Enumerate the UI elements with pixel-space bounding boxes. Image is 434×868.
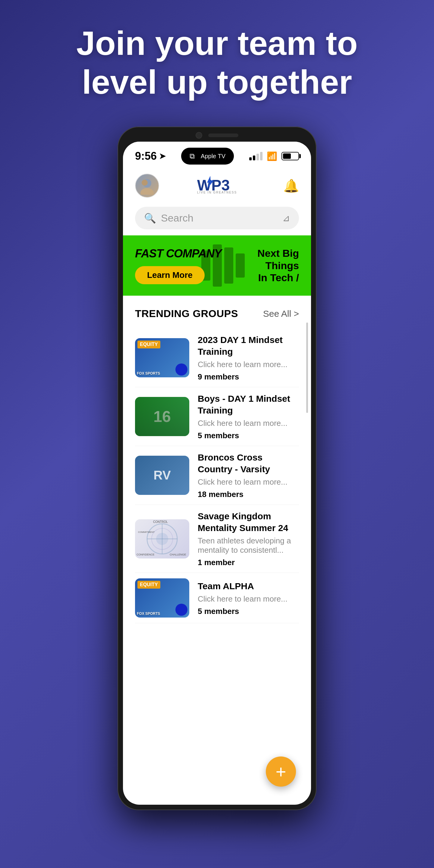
ad-banner: FAST COMPANY Learn More Next BigThingsIn… — [123, 236, 311, 296]
phone-frame: 9:56 ➤ ⧉ Apple TV 📶 — [118, 127, 316, 810]
svg-text:LIVE IN GREATNESS: LIVE IN GREATNESS — [197, 191, 237, 194]
section-title: TRENDING GROUPS — [135, 308, 238, 319]
thumb-label: EQUITY — [137, 341, 160, 348]
avatar[interactable] — [135, 174, 159, 198]
app-logo-svg: WP3 LIVE IN GREATNESS — [194, 176, 248, 194]
dynamic-island: ⧉ Apple TV — [181, 148, 234, 164]
signal-bar-4 — [260, 152, 262, 160]
group-description: Click here to learn more... — [198, 477, 299, 487]
group-thumbnail: RV — [135, 456, 189, 495]
group-name: 2023 DAY 1 Mindset Training — [198, 334, 299, 358]
phone-mockup: 9:56 ➤ ⧉ Apple TV 📶 — [118, 127, 316, 810]
list-item[interactable]: EQUITY FOX SPORTS Team ALPHA Click here … — [135, 573, 299, 623]
dynamic-island-left-icon: ⧉ — [190, 152, 195, 160]
thumb-overlay — [135, 397, 189, 436]
group-info: Boys - DAY 1 Mindset Training Click here… — [198, 393, 299, 440]
learn-more-button[interactable]: Learn More — [135, 266, 205, 284]
group-members: 18 members — [198, 490, 299, 499]
group-members: 5 members — [198, 431, 299, 440]
search-icon: 🔍 — [144, 213, 156, 224]
section-header: TRENDING GROUPS See All > — [135, 308, 299, 319]
group-thumbnail: CONTROL COMMITMENT CONFIDENCE CHALLENGE — [135, 519, 189, 558]
dynamic-island-appletv: Apple TV — [201, 153, 225, 160]
filter-icon[interactable]: ⊿ — [282, 213, 290, 223]
search-input[interactable]: Search — [161, 212, 278, 224]
wheel-diagram: CONTROL COMMITMENT CONFIDENCE CHALLENGE — [135, 519, 189, 558]
ad-brand: FAST COMPANY — [135, 247, 221, 260]
svg-text:CONFIDENCE: CONFIDENCE — [136, 553, 155, 556]
deco-bar-4 — [236, 253, 245, 278]
group-members: 9 members — [198, 372, 299, 381]
group-members: 1 member — [198, 558, 299, 567]
thumb-logo: FOX SPORTS — [137, 612, 160, 616]
group-description: Click here to learn more... — [198, 360, 299, 369]
list-item[interactable]: EQUITY FOX SPORTS 2023 DAY 1 Mindset Tra… — [135, 329, 299, 387]
signal-bar-3 — [256, 154, 259, 160]
search-bar[interactable]: 🔍 Search ⊿ — [135, 207, 299, 229]
svg-text:CONTROL: CONTROL — [153, 520, 168, 524]
thumb-label: EQUITY — [137, 581, 160, 589]
ad-left: FAST COMPANY Learn More — [135, 247, 221, 284]
battery-icon — [281, 152, 299, 160]
status-icons: 📶 — [249, 151, 299, 161]
battery-fill — [283, 153, 291, 159]
thumb-badge — [176, 604, 187, 616]
group-description: Click here to learn more... — [198, 594, 299, 604]
signal-icon — [249, 152, 262, 160]
list-item[interactable]: RV Broncos Cross Country - Varsity Click… — [135, 446, 299, 505]
group-description: Teen athletes developing a mentality to … — [198, 536, 299, 555]
phone-speaker — [208, 133, 239, 137]
hero-section: Join your team to level up together — [0, 24, 434, 102]
group-info: Team ALPHA Click here to learn more... 5… — [198, 580, 299, 616]
group-name: Broncos Cross Country - Varsity — [198, 452, 299, 475]
status-bar: 9:56 ➤ ⧉ Apple TV 📶 — [123, 142, 311, 167]
phone-screen: 9:56 ➤ ⧉ Apple TV 📶 — [123, 142, 311, 805]
time-display: 9:56 — [135, 150, 157, 162]
thumb-logo: FOX SPORTS — [137, 371, 160, 375]
deco-bar-3 — [224, 247, 233, 284]
app-header: WP3 LIVE IN GREATNESS 🔔 — [123, 167, 311, 204]
group-thumbnail: 16 — [135, 397, 189, 436]
status-time: 9:56 ➤ — [135, 150, 166, 162]
group-info: 2023 DAY 1 Mindset Training Click here t… — [198, 334, 299, 381]
group-info: Savage Kingdom Mentality Summer 24 Teen … — [198, 510, 299, 567]
group-info: Broncos Cross Country - Varsity Click he… — [198, 452, 299, 499]
trending-section: TRENDING GROUPS See All > EQUITY FOX SPO… — [123, 302, 311, 629]
svg-text:CHALLENGE: CHALLENGE — [170, 553, 186, 556]
ad-right: Next BigThingsIn Tech / — [257, 247, 299, 284]
hero-line1: Join your team to — [24, 24, 410, 63]
group-name: Boys - DAY 1 Mindset Training — [198, 393, 299, 416]
location-arrow-icon: ➤ — [159, 152, 166, 161]
ad-tagline: Next BigThingsIn Tech / — [257, 247, 299, 284]
list-item[interactable]: CONTROL COMMITMENT CONFIDENCE CHALLENGE … — [135, 505, 299, 573]
scrollbar[interactable] — [306, 322, 308, 413]
signal-bar-1 — [249, 157, 252, 160]
svg-point-1 — [141, 188, 154, 195]
svg-text:COMMITMENT: COMMITMENT — [138, 531, 155, 533]
group-name: Savage Kingdom Mentality Summer 24 — [198, 510, 299, 534]
fab-button[interactable]: + — [266, 756, 296, 786]
signal-bar-2 — [253, 156, 255, 160]
svg-point-2 — [142, 180, 148, 186]
see-all-link[interactable]: See All > — [263, 309, 299, 319]
thumb-badge — [176, 364, 187, 375]
phone-top-bar — [123, 132, 311, 138]
group-description: Click here to learn more... — [198, 418, 299, 428]
list-item[interactable]: 16 Boys - DAY 1 Mindset Training Click h… — [135, 387, 299, 446]
group-thumbnail: EQUITY FOX SPORTS — [135, 338, 189, 377]
thumb-text: RV — [153, 468, 171, 483]
group-thumbnail: EQUITY FOX SPORTS — [135, 578, 189, 618]
phone-camera — [195, 132, 202, 138]
group-name: Team ALPHA — [198, 580, 299, 592]
notification-bell-icon[interactable]: 🔔 — [283, 179, 299, 193]
wifi-icon: 📶 — [267, 151, 277, 161]
hero-line2: level up together — [24, 63, 410, 102]
app-logo-container: WP3 LIVE IN GREATNESS — [194, 176, 248, 195]
group-members: 5 members — [198, 607, 299, 616]
